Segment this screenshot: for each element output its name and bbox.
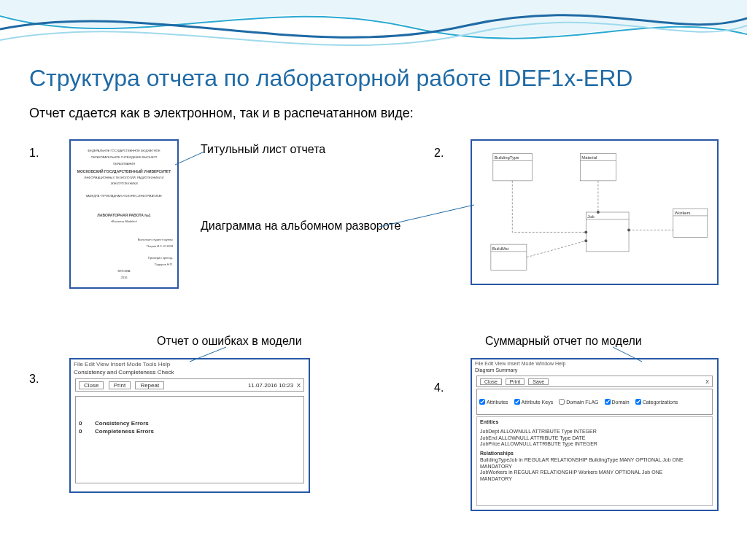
t3-repeat-button: Repeat	[135, 381, 164, 389]
t3-print-button: Print	[109, 381, 131, 389]
t4-save-button: Save	[528, 378, 549, 385]
svg-point-18	[584, 239, 587, 242]
thumb-er-diagram: BuildingType Material Job Workers BuildM…	[471, 139, 719, 285]
t4-close-button: Close	[480, 378, 502, 385]
thumb-summary-report: File Edit View Insert Mode Window Help D…	[471, 358, 719, 511]
t4-close-x: X	[705, 379, 709, 384]
svg-point-17	[627, 229, 630, 232]
items-area: 1. 2. 3. 4. Титульный лист отчета Диагра…	[29, 139, 718, 518]
svg-text:BuildMst: BuildMst	[492, 246, 509, 251]
t1-line: ФЕДЕРАЛЬНОЕ ГОСУДАРСТВЕННОЕ БЮДЖЕТНОЕ	[88, 149, 160, 153]
thumb-errors-report: File Edit View Insert Mode Tools Help Co…	[69, 358, 310, 493]
t1-line: «Business Modeler»	[111, 220, 137, 224]
t1-line: 2016	[121, 276, 128, 280]
svg-point-15	[584, 231, 587, 234]
svg-line-19	[175, 152, 204, 165]
decorative-wave	[0, 0, 747, 66]
item-number-4: 4.	[434, 381, 444, 394]
t3-buttons: Close Print Repeat	[79, 381, 167, 389]
svg-text:Workers: Workers	[675, 211, 691, 215]
t1-line: ОБРАЗОВАТЕЛЬНОЕ УЧРЕЖДЕНИЕ ВЫСШЕГО	[91, 156, 158, 160]
item-number-1: 1.	[29, 147, 39, 160]
t1-line: Проверил препод.	[148, 257, 173, 260]
svg-text:BuildingType: BuildingType	[495, 156, 519, 160]
svg-point-16	[597, 211, 600, 214]
t4-menubar: File Edit View Insert Mode Window Help	[472, 359, 717, 368]
label-diagram: Диаграмма на альбомном развороте	[201, 219, 400, 233]
t3-timestamp: 11.07.2016 10:23 X	[248, 382, 301, 389]
t1-line: ЛАБОРАТОРНАЯ РАБОТА №1	[97, 213, 150, 217]
t1-line: Сидоров Н.П.	[155, 263, 173, 267]
t1-line: Петров И.С. В 1903	[147, 245, 173, 249]
t3-menubar: File Edit View Insert Mode Tools Help	[71, 359, 309, 369]
svg-text:Material: Material	[581, 156, 597, 160]
t1-line: ИНФОРМАЦИОННЫХ ТЕХНОЛОГИЙ, РАДИОТЕХНИКИ …	[85, 176, 164, 180]
t1-line: МОСКВА	[118, 270, 131, 273]
item-number-2: 2.	[434, 147, 444, 160]
t3-close-button: Close	[79, 381, 104, 389]
t4-options: Attributes Attribute Keys Domain FLAG Do…	[476, 389, 713, 415]
t4-body: Entities JobDept ALLOWNULL ATTRIBUTE Typ…	[476, 416, 713, 506]
label-errors: Отчет о ошибках в модели	[157, 335, 302, 348]
t1-line: МОСКОВСКИЙ ГОСУДАРСТВЕННЫЙ УНИВЕРСИТЕТ	[77, 169, 171, 174]
thumb-title-page: ФЕДЕРАЛЬНОЕ ГОСУДАРСТВЕННОЕ БЮДЖЕТНОЕ ОБ…	[69, 139, 179, 289]
t1-line: ОБРАЗОВАНИЯ	[113, 163, 135, 166]
slide-title: Структура отчета по лабораторной работе …	[29, 66, 718, 91]
t4-title: Diagram Summary	[472, 368, 717, 374]
t4-buttons: Close Print Save	[480, 378, 551, 385]
t1-line: КАФЕДРА «ПРИКЛАДНАЯ И БИЗНЕС-ИНФОРМАТИКА…	[86, 195, 163, 198]
t1-line: ЭЛЕКТРОТЕХНИКИ	[110, 182, 137, 186]
item-number-3: 3.	[29, 373, 39, 386]
t1-line: Выполнил студент группы	[138, 238, 173, 242]
t4-print-button: Print	[506, 378, 525, 385]
t3-title: Consistency and Completeness Check	[71, 369, 309, 377]
svg-text:Job: Job	[587, 214, 595, 219]
label-summary: Суммарный отчет по модели	[485, 335, 642, 348]
label-title-page: Титульный лист отчета	[201, 143, 325, 156]
slide-subtitle: Отчет сдается как в электронном, так и в…	[29, 106, 718, 121]
t3-body: 0Consistency Errors 0Completeness Errors	[75, 396, 304, 483]
